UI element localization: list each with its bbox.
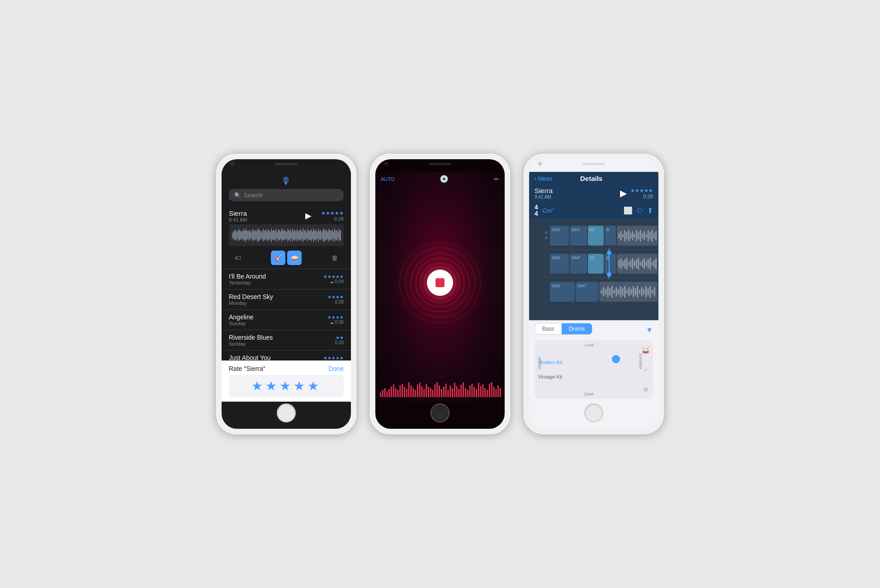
track-1-content[interactable]: GM7 DM7 E5 B [549,224,658,247]
svg-rect-186 [649,258,651,270]
vintage-kit-label[interactable]: Vintage Kit [538,374,562,379]
list-item[interactable]: Angeline Sunday ★★★★ ☁ 0:36 [222,310,351,330]
gb-back-button[interactable]: ‹ Ideas [535,175,552,182]
cymbal-icon-2: ○ [644,367,647,373]
svg-rect-4 [236,231,237,240]
svg-rect-192 [605,289,606,294]
svg-rect-145 [491,382,492,397]
rating-stars[interactable]: ★★★★★ [229,375,344,397]
item-date: Sunday [229,321,254,326]
gb-segment-control[interactable]: Bass Drums [535,323,592,335]
mic-icon[interactable]: 🎙 [229,175,344,187]
svg-rect-85 [331,231,332,239]
svg-rect-131 [460,384,462,397]
vm-list: I'll Be Around Yesterday ★★★★★ ☁ 0:24 [222,269,351,360]
svg-rect-18 [252,229,253,242]
vm-toolbar: 🏷 🎸 🥁 🗑 [229,248,344,265]
svg-rect-16 [250,231,251,239]
svg-rect-1 [232,233,233,237]
svg-rect-76 [320,230,321,240]
list-item[interactable]: Red Desert Sky Monday ★★★★ 0:39 [222,289,351,310]
cymbal-icon-1: 🥁 [642,346,649,354]
svg-rect-22 [257,229,258,241]
share-icon[interactable]: ⬆ [647,206,653,215]
svg-rect-194 [609,288,610,295]
edit-icon[interactable]: ✏ [494,175,499,183]
svg-rect-128 [454,383,455,397]
svg-rect-89 [336,231,336,240]
svg-rect-111 [417,384,418,397]
phone-home-2[interactable] [431,403,449,422]
track-3-content[interactable]: GM7 DM7 [549,280,658,303]
svg-rect-213 [649,286,651,298]
phone-home-3[interactable] [584,403,603,422]
track-2: GM7 DM7 E5 B [529,250,658,278]
drums-segment-button[interactable]: Drums [562,323,592,334]
list-item[interactable]: I'll Be Around Yesterday ★★★★★ ☁ 0:24 [222,269,351,289]
item-info: ☁ 0:24 [323,279,344,284]
svg-rect-123 [443,387,445,397]
tag-button[interactable]: 🏷 [231,251,245,265]
svg-rect-91 [338,232,339,238]
svg-rect-199 [620,286,621,297]
phone-3-screen: ‹ Ideas Details Sierra 9:41 AM ▶ [529,172,658,402]
svg-rect-53 [293,231,294,240]
svg-rect-170 [618,260,620,267]
chord-display[interactable]: Cm⁷ [543,207,554,214]
svg-rect-3 [235,230,236,241]
bass-segment-button[interactable]: Bass [535,323,562,334]
done-button[interactable]: Done [329,365,344,372]
svg-rect-215 [654,287,655,296]
waveform-2 [617,254,658,274]
vm-rating-panel: Rate "Sierra" Done ★★★★★ [222,360,351,402]
svg-rect-9 [241,232,242,238]
featured-play-button[interactable]: ▶ [302,209,315,222]
svg-rect-6 [238,229,239,242]
svg-rect-175 [628,262,629,266]
svg-rect-24 [259,230,260,240]
item-stars: ★★ [335,335,344,340]
drum-button[interactable]: 🥁 [287,251,302,265]
copy-icon[interactable]: ⬜ [624,206,633,215]
svg-rect-62 [304,231,305,240]
modern-kit-label[interactable]: Modern Kit [538,360,562,365]
disc-icon: 💿 [440,175,449,183]
chevron-down-icon[interactable]: ▼ [646,326,653,334]
vm-featured-item[interactable]: Sierra 9:41 AM ▶ ★★★★★ 0:28 [222,206,351,269]
svg-rect-136 [471,384,473,397]
drum-position-dot[interactable] [612,355,620,363]
svg-rect-60 [302,232,303,238]
svg-rect-135 [469,385,471,397]
svg-rect-189 [655,258,657,269]
svg-rect-64 [306,232,307,238]
svg-rect-51 [291,232,292,238]
item-info: 0:33 [335,340,344,345]
svg-rect-127 [452,388,453,397]
delete-button[interactable]: 🗑 [327,251,342,265]
svg-rect-212 [648,288,649,295]
svg-rect-118 [432,390,434,397]
track-2-content[interactable]: GM7 DM7 E5 B [549,252,658,275]
search-icon: 🔍 [234,192,241,199]
svg-rect-57 [298,231,299,239]
svg-rect-107 [408,382,410,397]
list-item[interactable]: Riverside Blues Sunday ★★ 0:33 [222,330,351,351]
vm-search-bar[interactable]: 🔍 Search [229,189,344,201]
phone-home-1[interactable] [277,403,296,422]
export-icon[interactable]: ⬡ [637,207,643,214]
svg-rect-191 [603,287,604,296]
svg-rect-165 [648,230,649,241]
svg-rect-47 [286,232,287,238]
svg-rect-148 [497,385,499,397]
svg-rect-74 [318,229,319,242]
item-stars: ★★★★ [327,294,344,299]
svg-rect-25 [260,231,261,239]
rec-rings [395,237,485,328]
list-item[interactable]: Just About You Saturday ★★★★★ ☁ 0:29 [222,351,351,360]
guitar-button[interactable]: 🎸 [271,251,285,265]
gb-play-button[interactable]: ▶ [620,188,627,199]
note-marker-bottom [607,272,611,277]
gb-tracks: 44 GM7 DM7 E5 B [529,220,658,320]
svg-rect-71 [314,231,315,240]
rec-center-button[interactable] [427,270,453,296]
